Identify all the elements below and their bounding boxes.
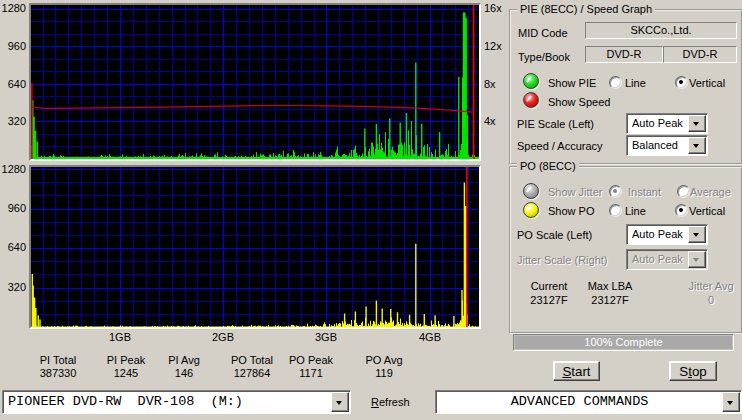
jitter-average-radio: [677, 185, 690, 198]
type-book-label: Type/Book: [518, 51, 570, 63]
chevron-down-icon: [336, 401, 342, 405]
drive-select-value: PIONEER DVD-RW DVR-108 (M:): [8, 395, 243, 408]
show-pie-led[interactable]: [523, 73, 539, 89]
pie-scale-select[interactable]: Auto Peak: [626, 113, 708, 134]
pie-scale-label: PIE Scale (Left): [517, 118, 594, 130]
po-scale-select[interactable]: Auto Peak: [626, 224, 708, 245]
jitter-instant-label: Instant: [628, 186, 661, 198]
stat-po-peak: PO Peak1171: [269, 354, 353, 380]
chevron-down-icon: [693, 122, 699, 126]
po-vertical-label: Vertical: [689, 205, 725, 217]
po-ytick-960: 960: [0, 202, 26, 214]
drive-dropdown-arrow[interactable]: [331, 392, 349, 412]
pie-line-radio[interactable]: [609, 76, 622, 89]
show-pie-label: Show PIE: [548, 77, 596, 89]
show-jitter-led: [523, 183, 539, 199]
mid-code-value: SKCCo.,Ltd.: [585, 22, 737, 39]
chevron-down-icon: [693, 233, 699, 237]
jitter-scale-select: Auto Peak: [626, 249, 708, 270]
drive-select[interactable]: PIONEER DVD-RW DVR-108 (M:): [2, 390, 351, 414]
pie-speed-graph: [29, 3, 481, 161]
show-speed-label: Show Speed: [548, 96, 610, 108]
show-speed-led[interactable]: [523, 92, 539, 108]
mid-code-label: MID Code: [518, 27, 568, 39]
current-label: Current: [519, 280, 579, 292]
pie-vertical-label: Vertical: [689, 77, 725, 89]
xtick-4gb: 4GB: [405, 331, 455, 343]
jitter-scale-label: Jitter Scale (Right): [517, 254, 607, 266]
jitter-avg-value: 0: [681, 294, 741, 306]
po-ytick-640: 640: [0, 241, 26, 253]
po-scale-dropdown-arrow[interactable]: [688, 226, 706, 243]
pie-ytick-960: 960: [0, 40, 26, 52]
speed-accuracy-dropdown-arrow[interactable]: [688, 137, 706, 154]
po-scale-label: PO Scale (Left): [517, 229, 592, 241]
pie-ytick-1280: 1280: [0, 2, 26, 14]
chevron-down-icon: [727, 401, 733, 405]
speed-accuracy-label: Speed / Accuracy: [517, 140, 603, 152]
scan-progress-bar: 100% Complete: [513, 334, 734, 351]
xtick-1gb: 1GB: [95, 331, 145, 343]
po-ytick-320: 320: [0, 281, 26, 293]
type-value: DVD-R: [585, 46, 663, 63]
pie-speed-panel: PIE (8ECC) / Speed Graph MID Code SKCCo.…: [509, 9, 742, 165]
max-lba-label: Max LBA: [580, 280, 640, 292]
po-line-radio[interactable]: [609, 204, 622, 217]
po-line-label: Line: [625, 205, 646, 217]
pie-ytick-640: 640: [0, 78, 26, 90]
current-value: 23127F: [519, 294, 579, 306]
pie-line-label: Line: [625, 77, 646, 89]
refresh-button[interactable]: Refresh: [371, 396, 410, 408]
po-panel-title: PO (8ECC): [517, 160, 579, 172]
speed-accuracy-select[interactable]: Balanced: [626, 135, 708, 156]
pie-vertical-radio[interactable]: [675, 76, 688, 89]
app-window: 1280 960 640 320 16x 12x 8x 4x 1280 960 …: [0, 0, 742, 420]
po-vertical-radio[interactable]: [675, 204, 688, 217]
pie-scale-dropdown-arrow[interactable]: [688, 115, 706, 132]
advanced-dropdown-arrow[interactable]: [722, 392, 740, 412]
pie-ytick-320: 320: [0, 115, 26, 127]
advanced-commands-select[interactable]: ADVANCED COMMANDS: [435, 390, 742, 414]
show-po-led[interactable]: [523, 202, 539, 218]
stat-po-avg: PO Avg119: [342, 354, 426, 380]
stop-button[interactable]: Stop: [669, 361, 717, 381]
xtick-2gb: 2GB: [198, 331, 248, 343]
start-button[interactable]: Start: [553, 361, 600, 381]
jitter-avg-label: Jitter Avg: [681, 280, 741, 292]
jitter-instant-radio: [609, 185, 622, 198]
po-ytick-1280: 1280: [0, 163, 26, 175]
show-jitter-label: Show Jitter: [548, 186, 602, 198]
xtick-3gb: 3GB: [301, 331, 351, 343]
chevron-down-icon: [693, 144, 699, 148]
advanced-commands-value: ADVANCED COMMANDS: [440, 395, 719, 408]
po-panel: PO (8ECC) Show Jitter Instant Average Sh…: [509, 166, 742, 334]
book-value: DVD-R: [663, 46, 737, 63]
pie-panel-title: PIE (8ECC) / Speed Graph: [517, 3, 655, 15]
jitter-scale-dropdown-arrow: [688, 251, 706, 268]
chevron-down-icon: [693, 258, 699, 262]
jitter-average-label: Average: [690, 186, 731, 198]
max-lba-value: 23127F: [580, 294, 640, 306]
show-po-label: Show PO: [548, 205, 594, 217]
scan-progress-fill: 100% Complete: [515, 336, 732, 349]
po-graph: [29, 165, 481, 329]
